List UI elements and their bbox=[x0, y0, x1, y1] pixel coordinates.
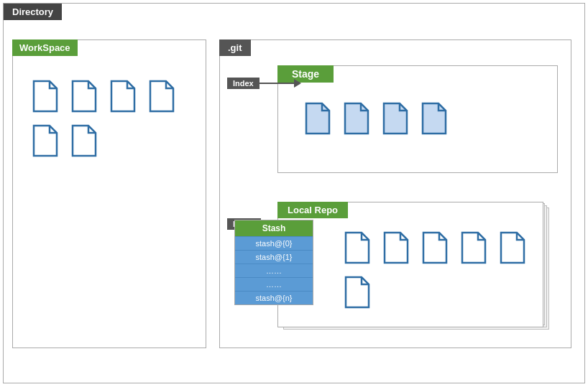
workspace-file-1 bbox=[31, 80, 58, 113]
local-repo-stack: Local Repo bbox=[277, 202, 558, 331]
repo-file-3 bbox=[421, 231, 448, 264]
repo-file-1 bbox=[343, 231, 370, 264]
local-repo-label: Local Repo bbox=[277, 202, 348, 218]
workspace-file-4 bbox=[147, 80, 175, 113]
git-box: .git Index Stage bbox=[219, 39, 571, 348]
stage-file-4 bbox=[420, 102, 447, 135]
stash-box: Stash stash@{0} stash@{1} …… …… stash@{n… bbox=[234, 220, 313, 305]
repo-file-5 bbox=[498, 231, 525, 264]
local-repo-box: Local Repo bbox=[277, 202, 543, 327]
stage-file-2 bbox=[342, 102, 369, 135]
index-arrowhead bbox=[294, 79, 301, 88]
stage-file-3 bbox=[381, 102, 408, 135]
stash-item-n: stash@{n} bbox=[235, 291, 313, 304]
repo-file-6 bbox=[343, 276, 370, 309]
stash-header: Stash bbox=[235, 220, 313, 236]
stage-box: Stage bbox=[277, 65, 558, 173]
workspace-box: WorkSpace bbox=[12, 39, 206, 348]
title-bar: Directory bbox=[4, 4, 62, 20]
index-label: Index bbox=[227, 78, 259, 89]
workspace-file-2 bbox=[70, 80, 97, 113]
index-arrow: Index bbox=[227, 78, 295, 89]
stash-item-2: …… bbox=[235, 264, 313, 277]
main-container: Directory WorkSpace bbox=[3, 3, 585, 383]
stash-item-0: stash@{0} bbox=[235, 236, 313, 250]
stash-item-3: …… bbox=[235, 277, 313, 291]
workspace-file-3 bbox=[109, 80, 136, 113]
workspace-file-5 bbox=[31, 124, 58, 157]
index-arrow-line bbox=[259, 83, 295, 84]
repo-file-4 bbox=[459, 231, 487, 264]
workspace-files bbox=[13, 40, 206, 168]
stash-item-1: stash@{1} bbox=[235, 250, 313, 264]
git-label: .git bbox=[219, 39, 251, 56]
workspace-label: WorkSpace bbox=[12, 39, 78, 56]
title-text: Directory bbox=[12, 6, 53, 17]
stage-file-1 bbox=[303, 102, 331, 135]
repo-file-2 bbox=[382, 231, 409, 264]
workspace-file-6 bbox=[70, 124, 97, 157]
repo-files bbox=[278, 202, 543, 320]
